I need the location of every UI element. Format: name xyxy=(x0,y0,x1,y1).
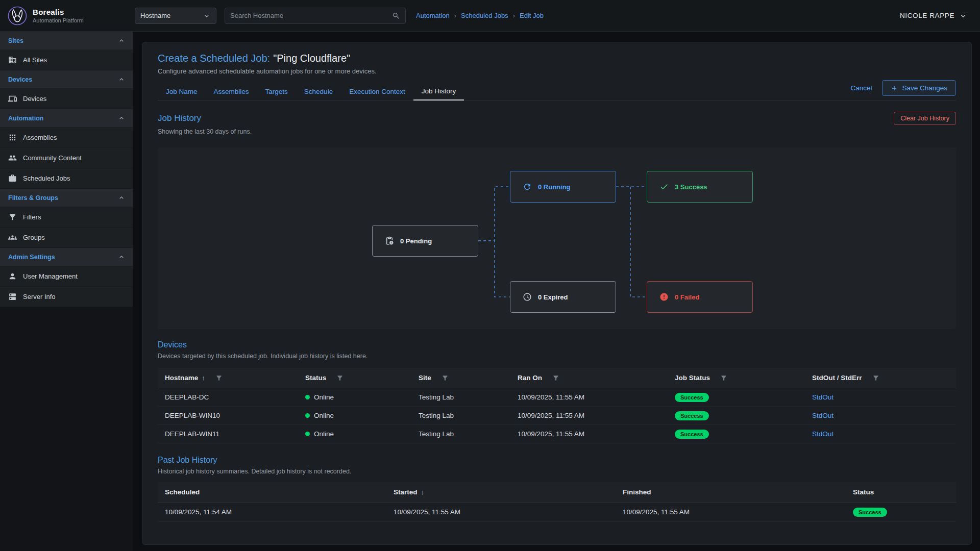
brand-title: Borealis xyxy=(33,8,84,16)
hostname-searchbox xyxy=(225,8,406,24)
tab-execution-context[interactable]: Execution Context xyxy=(341,83,413,100)
tab-job-history[interactable]: Job History xyxy=(413,83,464,101)
clear-job-history-button[interactable]: Clear Job History xyxy=(894,112,956,125)
server-icon xyxy=(8,292,17,301)
error-icon xyxy=(659,292,669,302)
status-badge: Success xyxy=(675,393,709,402)
chevron-up-icon xyxy=(117,76,126,84)
col-label: Site xyxy=(419,374,431,382)
sidebar-item-devices[interactable]: Devices xyxy=(0,89,133,109)
status-badge: Success xyxy=(675,430,709,439)
sidebar-section-sites[interactable]: Sites xyxy=(0,32,133,50)
job-status-flow-diagram: 0 Pending 0 Running 3 Success 0 Expired xyxy=(158,147,956,329)
breadcrumb-automation[interactable]: Automation xyxy=(416,12,450,19)
sidebar: Sites All Sites Devices Devices Automati… xyxy=(0,32,133,551)
cell-hostname: DEEPLAB-WIN11 xyxy=(158,430,298,438)
tab-actions: Cancel Save Changes xyxy=(850,80,956,100)
pending-clipboard-icon xyxy=(385,236,394,245)
sidebar-item-user-management[interactable]: User Management xyxy=(0,266,133,287)
col-status-header[interactable]: Status xyxy=(298,374,411,382)
status-text: Online xyxy=(314,412,334,419)
tab-targets[interactable]: Targets xyxy=(257,83,296,100)
sidebar-item-all-sites[interactable]: All Sites xyxy=(0,50,133,70)
flow-node-success-label: 3 Success xyxy=(675,183,707,191)
cell-job-status: Success xyxy=(668,411,805,420)
user-menu[interactable]: NICOLE RAPPE xyxy=(900,11,968,20)
chevron-up-icon xyxy=(117,114,126,122)
rabbit-logo-icon xyxy=(7,6,28,26)
main-layout: Sites All Sites Devices Devices Automati… xyxy=(0,32,980,551)
col-job-status-header[interactable]: Job Status xyxy=(668,374,805,382)
chevron-down-icon xyxy=(959,11,968,20)
stdout-link[interactable]: StdOut xyxy=(812,412,834,419)
brand-text: Borealis Automation Platform xyxy=(33,8,84,23)
breadcrumb-separator: › xyxy=(513,12,515,19)
breadcrumb-scheduled-jobs[interactable]: Scheduled Jobs xyxy=(461,12,508,19)
sidebar-item-server-info[interactable]: Server Info xyxy=(0,287,133,307)
grid-icon xyxy=(8,133,17,142)
status-text: Online xyxy=(314,430,334,438)
stdout-link[interactable]: StdOut xyxy=(812,430,834,438)
stdout-link[interactable]: StdOut xyxy=(812,393,834,401)
status-text: Online xyxy=(314,393,334,401)
filter-icon xyxy=(8,213,17,221)
sidebar-item-label: Community Content xyxy=(23,154,82,162)
past-history-subheading: Historical job history summaries. Detail… xyxy=(158,468,956,475)
sidebar-item-label: All Sites xyxy=(23,56,47,64)
col-status-header[interactable]: Status xyxy=(846,488,956,496)
search-icon[interactable] xyxy=(392,12,400,20)
sidebar-item-groups[interactable]: Groups xyxy=(0,228,133,248)
filter-icon[interactable] xyxy=(215,374,223,382)
flow-node-pending: 0 Pending xyxy=(372,225,478,257)
cell-status: Online xyxy=(298,412,411,419)
filter-icon[interactable] xyxy=(872,374,879,382)
breadcrumb-separator: › xyxy=(454,12,456,19)
sidebar-item-assemblies[interactable]: Assemblies xyxy=(0,128,133,148)
sidebar-item-label: Assemblies xyxy=(23,134,57,141)
sidebar-item-label: Scheduled Jobs xyxy=(23,174,70,182)
sidebar-section-admin-settings[interactable]: Admin Settings xyxy=(0,248,133,266)
filter-icon[interactable] xyxy=(720,374,727,382)
col-scheduled-header[interactable]: Scheduled xyxy=(158,488,386,496)
tab-assemblies[interactable]: Assemblies xyxy=(206,83,257,100)
filter-icon[interactable] xyxy=(552,374,559,382)
page-title-job-name: "Ping Cloudflare" xyxy=(273,53,350,64)
col-label: StdOut / StdErr xyxy=(812,374,862,382)
sidebar-section-filters-groups[interactable]: Filters & Groups xyxy=(0,189,133,207)
save-changes-label: Save Changes xyxy=(902,84,947,92)
col-ran-on-header[interactable]: Ran On xyxy=(510,374,668,382)
col-started-header[interactable]: Started ↓ xyxy=(386,488,616,496)
save-changes-button[interactable]: Save Changes xyxy=(882,80,956,96)
cell-site: Testing Lab xyxy=(411,393,510,401)
device-row: DEEPLAB-WIN11 Online Testing Lab 10/09/2… xyxy=(158,425,956,443)
hostname-select[interactable]: Hostname xyxy=(135,8,216,24)
cell-ran-on: 10/09/2025, 11:55 AM xyxy=(510,430,668,438)
sidebar-item-scheduled-jobs[interactable]: Scheduled Jobs xyxy=(0,168,133,189)
col-finished-header[interactable]: Finished xyxy=(616,488,846,496)
cell-started: 10/09/2025, 11:55 AM xyxy=(386,508,616,516)
flow-node-expired-label: 0 Expired xyxy=(538,293,568,301)
breadcrumb-edit-job[interactable]: Edit Job xyxy=(520,12,544,19)
col-stdout-header[interactable]: StdOut / StdErr xyxy=(805,374,956,382)
sidebar-section-devices[interactable]: Devices xyxy=(0,70,133,89)
cancel-button[interactable]: Cancel xyxy=(850,84,872,92)
search-input[interactable] xyxy=(230,12,392,19)
filter-icon[interactable] xyxy=(442,374,449,382)
col-hostname-header[interactable]: Hostname ↑ xyxy=(158,374,298,382)
sidebar-item-label: Groups xyxy=(23,234,45,241)
people-icon xyxy=(8,154,17,162)
sidebar-section-label: Automation xyxy=(8,115,43,122)
online-dot-icon xyxy=(305,413,310,418)
sidebar-section-automation[interactable]: Automation xyxy=(0,109,133,128)
col-label: Started xyxy=(394,488,418,496)
tab-job-name[interactable]: Job Name xyxy=(158,83,206,100)
cell-status: Online xyxy=(298,393,411,401)
col-site-header[interactable]: Site xyxy=(411,374,510,382)
brand-logo[interactable]: Borealis Automation Platform xyxy=(0,6,133,26)
sidebar-item-filters[interactable]: Filters xyxy=(0,207,133,228)
filter-icon[interactable] xyxy=(336,374,344,382)
cell-site: Testing Lab xyxy=(411,412,510,419)
col-label: Scheduled xyxy=(165,488,200,496)
sidebar-item-community-content[interactable]: Community Content xyxy=(0,148,133,168)
tab-schedule[interactable]: Schedule xyxy=(296,83,341,100)
